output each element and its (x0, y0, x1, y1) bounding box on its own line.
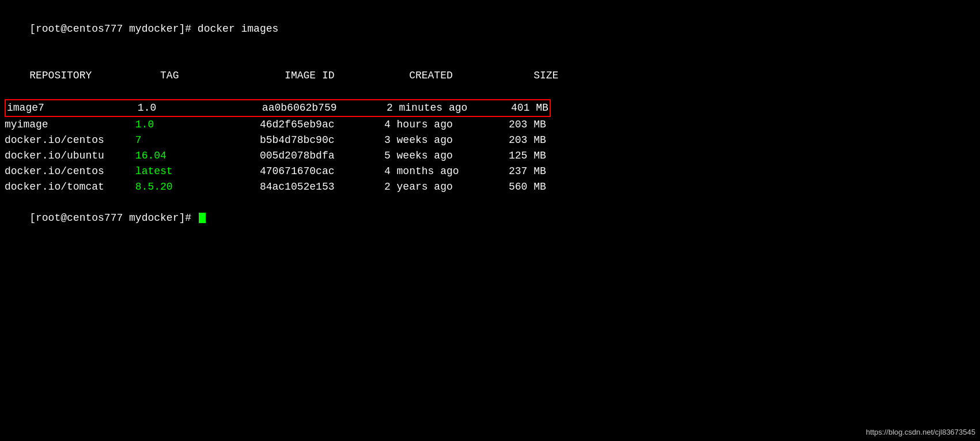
repo-cell: docker.io/ubuntu (5, 150, 135, 161)
rest-cell: 005d2078bdfa 5 weeks ago 125 MB (260, 150, 546, 161)
table-body: image7 1.0 aa0b6062b759 2 minutes ago 40… (5, 99, 975, 195)
table-row: myimage 1.0 46d2f65eb9ac 4 hours ago 203… (5, 117, 975, 133)
rest-cell: 470671670cac 4 months ago 237 MB (260, 165, 546, 177)
final-prompt-text: [root@centos777 mydocker]# (29, 212, 198, 224)
table-row: docker.io/centos latest 470671670cac 4 m… (5, 164, 975, 179)
final-prompt-line: [root@centos777 mydocker]# (5, 195, 975, 242)
terminal-window: [root@centos777 mydocker]# docker images… (0, 0, 980, 441)
table-header: REPOSITORY TAG IMAGE ID CREATED SIZE (5, 52, 975, 99)
table-row: docker.io/ubuntu 16.04 005d2078bdfa 5 we… (5, 148, 975, 164)
rest-cell: 46d2f65eb9ac 4 hours ago 203 MB (260, 119, 546, 130)
tag-cell: latest (135, 165, 260, 177)
watermark: https://blog.csdn.net/cjl83673545 (866, 428, 975, 436)
rest-cell: b5b4d78bc90c 3 weeks ago 203 MB (260, 134, 546, 146)
tag-cell: 1.0 (135, 119, 260, 130)
prompt-text: [root@centos777 mydocker]# docker images (29, 23, 278, 35)
tag-cell: 16.04 (135, 150, 260, 161)
highlighted-image-row: image7 1.0 aa0b6062b759 2 minutes ago 40… (5, 99, 551, 117)
table-row: docker.io/centos 7 b5b4d78bc90c 3 weeks … (5, 133, 975, 148)
repo-cell: docker.io/tomcat (5, 181, 135, 193)
table-row: image7 1.0 aa0b6062b759 2 minutes ago 40… (5, 99, 975, 117)
rest-cell: 84ac1052e153 2 years ago 560 MB (260, 181, 546, 193)
tag-cell: 7 (135, 134, 260, 146)
repo-cell: docker.io/centos (5, 134, 135, 146)
cursor (199, 213, 206, 223)
header-text: REPOSITORY TAG IMAGE ID CREATED SIZE (29, 70, 558, 81)
tag-cell: 8.5.20 (135, 181, 260, 193)
repo-cell: docker.io/centos (5, 165, 135, 177)
table-row: docker.io/tomcat 8.5.20 84ac1052e153 2 y… (5, 179, 975, 195)
repo-cell: myimage (5, 119, 135, 130)
command-line: [root@centos777 mydocker]# docker images (5, 6, 975, 52)
